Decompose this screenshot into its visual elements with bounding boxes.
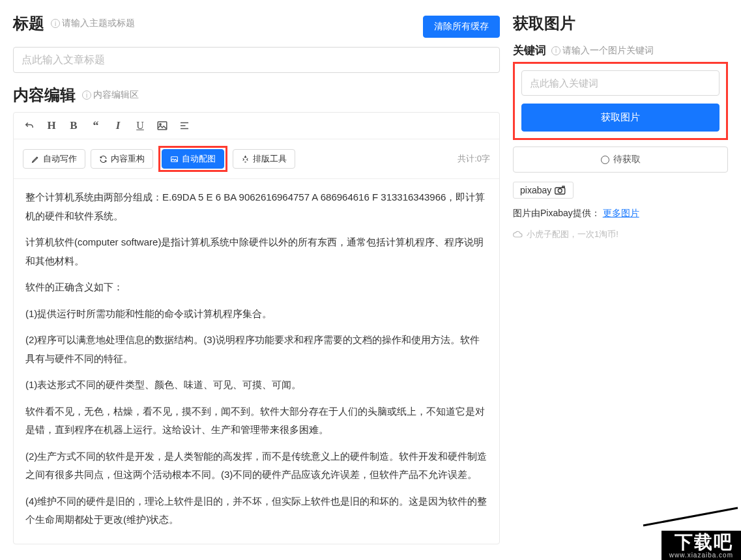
editor-paragraph: (1)提供运行时所需功能和性能的命令或计算机程序集合。 — [25, 305, 487, 324]
content-section-label: 内容编辑 — [13, 85, 76, 105]
keyword-input[interactable] — [521, 70, 719, 96]
info-icon: i — [82, 91, 91, 100]
keyword-label: 关键词 — [513, 43, 546, 58]
editor-paragraph: (4)维护不同的硬件是旧的，理论上软件是旧的，并不坏，但实际上软件也是旧的和坏的… — [25, 492, 487, 529]
heading-icon[interactable]: H — [45, 119, 58, 132]
svg-rect-8 — [562, 186, 564, 188]
info-icon: i — [551, 46, 560, 55]
undo-icon[interactable] — [23, 119, 36, 132]
word-count: 共计:0字 — [458, 153, 490, 165]
refresh-icon — [99, 155, 108, 163]
fetch-image-button[interactable]: 获取图片 — [521, 104, 719, 132]
highlight-keyword-box: 获取图片 — [513, 62, 728, 140]
align-left-icon[interactable] — [178, 119, 191, 132]
auto-write-button[interactable]: 自动写作 — [23, 149, 85, 169]
auto-image-button[interactable]: 自动配图 — [162, 149, 224, 169]
editor-paragraph: (1)表达形式不同的硬件类型、颜色、味道、可见、可摸、可闻。 — [25, 376, 487, 395]
circle-icon — [601, 156, 609, 164]
pencil-icon — [31, 155, 40, 163]
pending-button[interactable]: 待获取 — [513, 147, 728, 173]
image-icon[interactable] — [156, 119, 169, 132]
picture-icon — [170, 155, 179, 163]
bold-icon[interactable]: B — [67, 119, 80, 132]
underline-icon[interactable]: U — [134, 119, 147, 132]
editor-paragraph: 软件的正确含义如下： — [25, 278, 487, 297]
camera-icon — [555, 186, 566, 195]
watermark: 下载吧 www.xiazaiba.com — [661, 531, 741, 560]
title-input[interactable] — [13, 47, 500, 73]
provided-line: 图片由Pixabay提供： 更多图片 — [513, 208, 728, 219]
editor-paragraph: (2)生产方式不同的软件是开发，是人类智能的高发挥，而不是传统意义上的硬件制造。… — [25, 447, 487, 484]
keyword-hint: 请输入一个图片关键词 — [562, 45, 654, 57]
more-images-link[interactable]: 更多图片 — [603, 208, 639, 218]
editor-paragraph: (2)程序可以满意地处理信息的数据结构。(3)说明程序功能要求和程序需要的文档的… — [25, 331, 487, 368]
editor-body[interactable]: 整个计算机系统由两部分组成：E.69DA 5 E 6 BA 9062616964… — [14, 179, 499, 544]
footer-note: 小虎子配图，一次1淘币! — [513, 229, 728, 240]
editor-paragraph: 整个计算机系统由两部分组成：E.69DA 5 E 6 BA 9062616964… — [25, 188, 487, 225]
editor-paragraph: 软件看不见，无色，枯燥，看不见，摸不到，闻不到。软件大部分存在于人们的头脑或纸上… — [25, 402, 487, 440]
italic-icon[interactable]: I — [111, 119, 124, 132]
clear-cache-button[interactable]: 清除所有缓存 — [423, 16, 500, 38]
info-icon: i — [51, 19, 60, 28]
cloud-icon — [513, 231, 523, 238]
image-section-title: 获取图片 — [513, 13, 575, 34]
svg-point-7 — [559, 189, 562, 193]
title-section-label: 标题 — [13, 13, 44, 34]
quote-icon[interactable]: “ — [89, 119, 102, 132]
highlight-auto-image: 自动配图 — [158, 146, 227, 172]
content-hint: 内容编辑区 — [93, 89, 139, 101]
editor-toolbar: H B “ I U — [14, 113, 499, 139]
layout-icon — [241, 155, 250, 163]
content-rebuild-button[interactable]: 内容重构 — [91, 149, 153, 169]
svg-point-1 — [160, 124, 161, 125]
title-hint: 请输入主题或标题 — [62, 18, 135, 29]
layout-tool-button[interactable]: 排版工具 — [233, 149, 295, 169]
pixabay-badge: pixabay — [513, 182, 574, 199]
editor-paragraph: 计算机软件(computer software)是指计算机系统中除硬件以外的所有… — [25, 233, 487, 270]
